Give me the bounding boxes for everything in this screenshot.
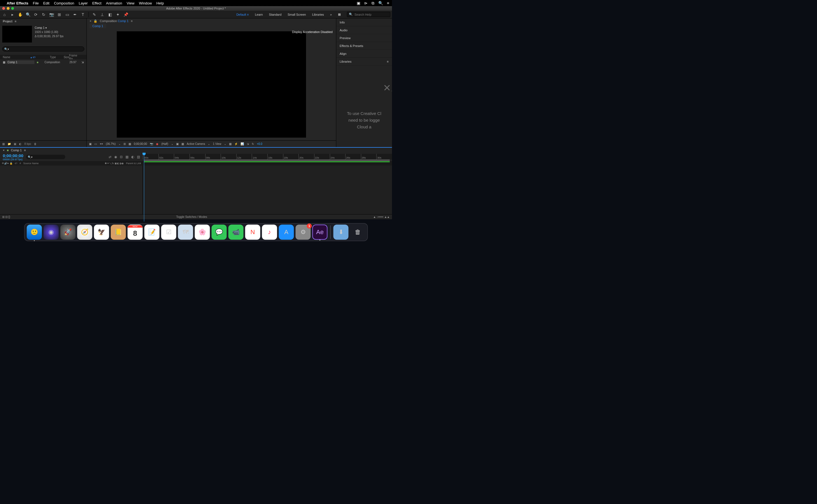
snapshot-icon[interactable]: 📷: [150, 142, 153, 145]
shy-icon[interactable]: ⊟: [120, 155, 123, 159]
dock-app-photos[interactable]: 🌸: [195, 225, 210, 240]
panel-effects-presets[interactable]: Effects & Presets: [336, 42, 392, 50]
workspace-more-icon[interactable]: »: [330, 13, 332, 16]
dock-app-downloads[interactable]: ⬇: [334, 225, 349, 240]
screen-mirror-icon[interactable]: ⧉: [372, 1, 374, 6]
label-icon[interactable]: 🏷: [15, 162, 17, 165]
workspace-standard[interactable]: Standard: [269, 13, 282, 16]
dock-app-facetime[interactable]: 📹: [229, 225, 244, 240]
transparency-grid-icon[interactable]: ▦: [181, 142, 184, 145]
timeline-layers[interactable]: [0, 166, 143, 214]
menu-animation[interactable]: Animation: [106, 1, 122, 5]
workspace-panel-icon[interactable]: ▦: [338, 13, 341, 16]
dock-app-music[interactable]: ♪: [262, 225, 277, 240]
rotation-tool-icon[interactable]: ↻: [41, 12, 46, 17]
comp-viewport[interactable]: Display Acceleration Disabled: [87, 29, 336, 140]
flowchart-icon[interactable]: ⇲: [247, 142, 249, 145]
menu-help[interactable]: Help: [156, 1, 164, 5]
window-maximize-button[interactable]: [11, 7, 14, 10]
workspace-libraries[interactable]: Libraries: [312, 13, 324, 16]
menu-composition[interactable]: Composition: [54, 1, 74, 5]
panel-menu-icon[interactable]: ≡: [387, 60, 389, 63]
frame-blend-icon[interactable]: ▦: [125, 155, 128, 159]
dock-app-finder[interactable]: 🙂: [27, 225, 42, 240]
viewer-guides-icon[interactable]: ▦: [128, 142, 131, 145]
workspace-default[interactable]: Default ≡: [236, 13, 249, 16]
col-name[interactable]: Name: [3, 56, 30, 59]
switches-icons[interactable]: ✱✦＼fx ▣◐◑◉: [105, 162, 124, 165]
timeline-ruler-area[interactable]: :00s02s04s06s08s10s12s14s16s18s20s22s24s…: [143, 153, 392, 161]
av-icons[interactable]: 👁🔊● 🔒: [2, 162, 13, 165]
zoom-level[interactable]: (36.7%): [106, 142, 116, 145]
search-help-input[interactable]: [355, 13, 388, 16]
workspace-small-screen[interactable]: Small Screen: [288, 13, 306, 16]
col-source[interactable]: Source Name: [23, 162, 39, 165]
menu-window[interactable]: Window: [139, 1, 152, 5]
menu-edit[interactable]: Edit: [43, 1, 49, 5]
panel-audio[interactable]: Audio: [336, 26, 392, 34]
window-close-button[interactable]: [2, 7, 5, 10]
dock-app-notes[interactable]: 📝: [144, 225, 159, 240]
dock-app-trash[interactable]: 🗑: [350, 225, 365, 240]
dock-app-messages[interactable]: 💬: [212, 225, 227, 240]
window-minimize-button[interactable]: [7, 7, 10, 10]
comp-mini-flowchart-icon[interactable]: ⇄: [109, 155, 111, 159]
res-menu-icon[interactable]: ⌄: [171, 142, 173, 145]
dock-app-system-preferences[interactable]: ⚙1: [296, 225, 311, 240]
panel-libraries[interactable]: Libraries≡: [336, 58, 392, 65]
close-tab-icon[interactable]: ×: [3, 149, 4, 152]
new-comp-icon[interactable]: ▣: [14, 142, 16, 145]
comp-thumbnail[interactable]: [2, 26, 32, 43]
lock-icon[interactable]: 🔒: [93, 19, 97, 23]
panel-preview[interactable]: Preview: [336, 34, 392, 42]
chat-icon[interactable]: ▣: [357, 1, 360, 5]
timeline-footer-icons[interactable]: ⊞ ⊟ {}: [0, 215, 12, 218]
menu-file[interactable]: File: [33, 1, 39, 5]
dock-app-appstore[interactable]: A: [279, 225, 294, 240]
trash-icon[interactable]: 🗑: [34, 142, 37, 145]
camera-tool-icon[interactable]: 📷: [49, 12, 54, 17]
playhead[interactable]: [144, 153, 144, 222]
menu-layer[interactable]: Layer: [79, 1, 88, 5]
pen-tool-icon[interactable]: ✒: [72, 12, 78, 17]
pan-behind-tool-icon[interactable]: ⊞: [57, 12, 62, 17]
type-tool-icon[interactable]: T: [80, 12, 86, 17]
dock-app-siri[interactable]: ◉: [44, 225, 59, 240]
current-timecode[interactable]: 0;00;00;00: [3, 153, 23, 158]
comp-name-label[interactable]: Comp 1 ▾: [35, 26, 64, 30]
panel-align[interactable]: Align: [336, 50, 392, 58]
channel-icon[interactable]: ◉: [156, 142, 158, 145]
workspace-learn[interactable]: Learn: [255, 13, 263, 16]
eraser-tool-icon[interactable]: ◧: [107, 12, 113, 17]
bpc-label[interactable]: 8 bpc: [24, 142, 31, 145]
puppet-tool-icon[interactable]: 📌: [123, 12, 128, 17]
dock-app-launchpad[interactable]: 🚀: [60, 225, 76, 240]
comp-tab-label[interactable]: Composition Comp 1: [100, 19, 128, 23]
dock-app-safari[interactable]: 🧭: [77, 225, 92, 240]
project-item-row[interactable]: ▦ Comp 1 ■ Composition 29.97 ⇲: [0, 59, 86, 65]
hand-tool-icon[interactable]: ✋: [17, 12, 23, 17]
timeline-tab[interactable]: Comp 1: [11, 149, 22, 152]
panel-info[interactable]: Info: [336, 18, 392, 26]
motion-blur-icon[interactable]: ◐: [131, 155, 134, 159]
dock-app-after-effects[interactable]: Ae: [313, 225, 328, 240]
panel-menu-icon[interactable]: ≡: [131, 19, 132, 23]
orbit-tool-icon[interactable]: ⟳: [33, 12, 39, 17]
dock-app-calendar[interactable]: NOV8: [128, 225, 143, 240]
control-center-icon[interactable]: ≡: [387, 1, 389, 5]
view-dropdown[interactable]: 1 View: [213, 142, 221, 145]
close-tab-icon[interactable]: ×: [90, 19, 91, 23]
col-parent[interactable]: Parent & Link: [126, 162, 141, 165]
dock-app-mail[interactable]: 🦅: [94, 225, 109, 240]
color-depth-icon[interactable]: ◐: [19, 142, 22, 145]
app-name[interactable]: After Effects: [7, 1, 28, 5]
menu-effect[interactable]: Effect: [92, 1, 101, 5]
dock-app-news[interactable]: N: [245, 225, 261, 240]
shape-tool-icon[interactable]: ▭: [64, 12, 70, 17]
timeline-search[interactable]: 🔍▾: [26, 155, 65, 159]
toggle-switches-modes[interactable]: Toggle Switches / Modes: [176, 215, 207, 218]
fast-preview-icon[interactable]: ⚡: [234, 142, 238, 145]
dock-app-maps[interactable]: 🗺: [178, 225, 193, 240]
comp-canvas[interactable]: [117, 31, 306, 138]
timeline-icon[interactable]: 📊: [241, 142, 244, 145]
